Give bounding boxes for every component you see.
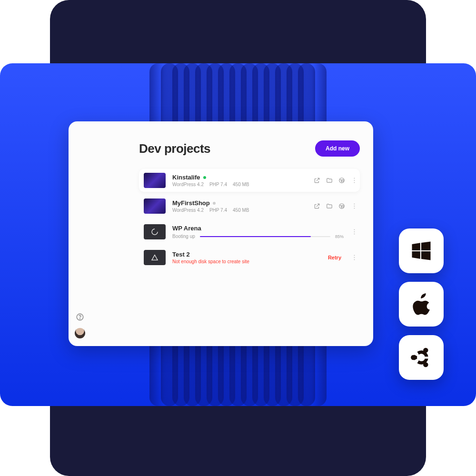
more-icon[interactable] bbox=[354, 203, 355, 209]
retry-button[interactable]: Retry bbox=[328, 255, 341, 260]
project-name: WP Arena bbox=[172, 225, 201, 232]
apple-icon bbox=[409, 292, 434, 317]
project-thumbnail-error bbox=[144, 250, 166, 265]
svg-point-13 bbox=[354, 255, 355, 256]
project-size: 450 MB bbox=[233, 182, 249, 187]
ubuntu-badge[interactable] bbox=[399, 335, 444, 380]
project-wp-version: WordPress 4.2 bbox=[172, 182, 204, 187]
help-icon[interactable] bbox=[76, 313, 84, 321]
add-new-button[interactable]: Add new bbox=[315, 140, 360, 157]
avatar[interactable] bbox=[75, 328, 85, 338]
ubuntu-icon bbox=[409, 345, 434, 370]
folder-icon[interactable] bbox=[326, 177, 333, 184]
svg-point-11 bbox=[354, 231, 355, 232]
project-thumbnail-loading bbox=[144, 224, 166, 239]
status-dot-running-icon bbox=[203, 176, 206, 179]
svg-point-8 bbox=[354, 206, 355, 207]
project-row[interactable]: Kinstalife WordPress 4.2 PHP 7.4 450 MB bbox=[139, 169, 360, 192]
app-window: Dev projects Add new Kinstalife WordPres… bbox=[69, 121, 373, 346]
project-name: Kinstalife bbox=[172, 174, 200, 181]
project-row[interactable]: WP Arena Booting up 85% bbox=[139, 220, 360, 243]
os-badges bbox=[399, 228, 444, 380]
sidebar bbox=[69, 121, 91, 346]
more-icon[interactable] bbox=[354, 228, 355, 235]
svg-point-15 bbox=[354, 259, 355, 260]
header: Dev projects Add new bbox=[139, 140, 360, 157]
project-list: Kinstalife WordPress 4.2 PHP 7.4 450 MB bbox=[139, 169, 360, 269]
project-php-version: PHP 7.4 bbox=[209, 208, 227, 213]
svg-point-3 bbox=[354, 178, 355, 179]
progress-fill bbox=[200, 236, 311, 237]
project-size: 450 MB bbox=[233, 208, 249, 213]
project-thumbnail bbox=[144, 198, 166, 214]
open-external-icon[interactable] bbox=[314, 177, 320, 184]
project-error-message: Not enough disk space to create site bbox=[172, 259, 249, 264]
apple-badge[interactable] bbox=[399, 282, 444, 327]
main-panel: Dev projects Add new Kinstalife WordPres… bbox=[91, 121, 373, 346]
folder-icon[interactable] bbox=[326, 203, 333, 209]
page-title: Dev projects bbox=[139, 141, 210, 156]
wordpress-icon[interactable] bbox=[338, 203, 345, 209]
project-php-version: PHP 7.4 bbox=[209, 182, 227, 187]
spinner-icon bbox=[151, 228, 159, 236]
svg-point-1 bbox=[80, 318, 80, 319]
project-row[interactable]: MyFirstShop WordPress 4.2 PHP 7.4 450 MB bbox=[139, 195, 360, 218]
booting-label: Booting up bbox=[172, 234, 195, 239]
svg-point-5 bbox=[354, 182, 355, 183]
wordpress-icon[interactable] bbox=[338, 177, 345, 184]
svg-point-12 bbox=[354, 234, 355, 235]
progress-percent: 85% bbox=[335, 234, 344, 239]
windows-icon bbox=[409, 238, 434, 263]
project-name: Test 2 bbox=[172, 251, 190, 258]
more-icon[interactable] bbox=[354, 254, 355, 261]
svg-point-10 bbox=[354, 229, 355, 230]
svg-point-9 bbox=[354, 208, 355, 209]
open-external-icon[interactable] bbox=[314, 203, 320, 209]
progress-bar bbox=[200, 236, 330, 237]
project-row[interactable]: Test 2 Not enough disk space to create s… bbox=[139, 246, 360, 269]
svg-point-4 bbox=[354, 180, 355, 181]
svg-point-14 bbox=[354, 257, 355, 258]
svg-point-7 bbox=[354, 204, 355, 205]
more-icon[interactable] bbox=[354, 177, 355, 184]
status-dot-stopped-icon bbox=[213, 202, 216, 205]
project-name: MyFirstShop bbox=[172, 199, 210, 207]
project-wp-version: WordPress 4.2 bbox=[172, 208, 204, 213]
windows-badge[interactable] bbox=[399, 228, 444, 273]
project-thumbnail bbox=[144, 173, 166, 188]
warning-icon bbox=[151, 254, 159, 261]
